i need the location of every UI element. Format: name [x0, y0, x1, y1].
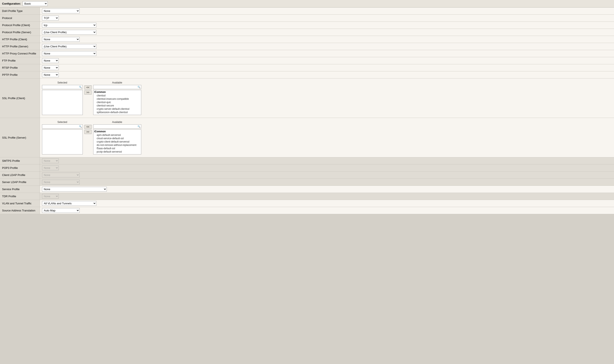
label-pptp-profile: PPTP Profile — [0, 71, 40, 78]
cell-http-profile-server: (Use Client Profile) — [40, 43, 614, 50]
select-protocol-profile-server[interactable]: (Use Client Profile) — [42, 30, 96, 35]
row-server-ldap-profile: Server LDAP Profile None — [0, 179, 614, 186]
row-service-profile: Service Profile None — [0, 186, 614, 193]
group-header-ssl-client: /Common — [93, 90, 141, 94]
label-http-proxy-connect: HTTP Proxy Connect Profile — [0, 50, 40, 57]
label-source-address-translation: Source Address Translation — [0, 207, 40, 214]
row-source-address-translation: Source Address Translation Auto Map — [0, 207, 614, 214]
list-item-ssl-client-3[interactable]: clientssl-quic — [93, 101, 141, 104]
select-tdr-profile[interactable]: None — [42, 194, 59, 199]
label-rtsp-profile: RTSP Profile — [0, 64, 40, 71]
select-service-profile[interactable]: None — [42, 187, 107, 192]
row-pptp-profile: PPTP Profile None — [0, 71, 614, 78]
label-client-ldap-profile: Client LDAP Profile — [0, 171, 40, 179]
select-doh-profile-type[interactable]: None — [42, 9, 80, 13]
list-item-ssl-server-1[interactable]: apm-default-serverssl — [93, 133, 141, 137]
cell-service-profile: None — [40, 186, 614, 193]
cell-smtps-profile: None — [40, 157, 614, 165]
select-client-ldap-profile[interactable]: None — [42, 173, 80, 177]
selected-box-ssl-client: Selected 🔍 — [42, 81, 83, 115]
search-selected-ssl-client[interactable] — [42, 85, 83, 89]
label-ssl-profile-server: SSL Profile (Server) — [0, 118, 40, 157]
label-http-profile-client: HTTP Profile (Client) — [0, 36, 40, 43]
row-ssl-profile-server: SSL Profile (Server) Selected 🔍 << — [0, 118, 614, 157]
list-item-ssl-server-4[interactable]: do-not-remove-without-replacement — [93, 143, 141, 147]
available-label-ssl-client: Available — [93, 81, 141, 84]
btn-move-left-ssl-server[interactable]: << — [84, 125, 92, 129]
cell-ssl-profile-client: Selected 🔍 << >> Available — [40, 78, 614, 118]
cell-http-proxy-connect: None — [40, 50, 614, 57]
cell-tdr-profile: None — [40, 193, 614, 200]
cell-http-profile-client: None — [40, 36, 614, 43]
label-tdr-profile: TDR Profile — [0, 193, 40, 200]
cell-protocol: TCP UDP — [40, 15, 614, 22]
cell-server-ldap-profile: None — [40, 179, 614, 186]
selected-label-ssl-server: Selected — [42, 121, 83, 124]
config-select[interactable]: Basic Advanced — [23, 1, 48, 6]
select-http-profile-server[interactable]: (Use Client Profile) — [42, 44, 96, 49]
row-pop3-profile: POP3 Profile None — [0, 165, 614, 171]
top-bar: Configuration: Basic Advanced — [0, 0, 614, 8]
list-selected-ssl-server[interactable] — [42, 130, 83, 155]
list-item-ssl-server-3[interactable]: crypto-client-default-serverssl — [93, 140, 141, 143]
row-protocol-profile-client: Protocol Profile (Client) tcp — [0, 22, 614, 29]
label-protocol-profile-client: Protocol Profile (Client) — [0, 22, 40, 29]
search-avail-ssl-client[interactable] — [93, 85, 141, 89]
arrow-buttons-ssl-client: << >> — [84, 81, 92, 94]
list-item-ssl-client-1[interactable]: clientssl — [93, 94, 141, 97]
select-http-profile-client[interactable]: None — [42, 37, 80, 42]
label-pop3-profile: POP3 Profile — [0, 165, 40, 171]
label-protocol-profile-server: Protocol Profile (Server) — [0, 29, 40, 36]
select-server-ldap-profile[interactable]: None — [42, 180, 80, 184]
label-http-profile-server: HTTP Profile (Server) — [0, 43, 40, 50]
select-pptp-profile[interactable]: None — [42, 72, 59, 77]
label-smtps-profile: SMTPS Profile — [0, 157, 40, 165]
cell-protocol-profile-server: (Use Client Profile) — [40, 29, 614, 36]
list-selected-ssl-client[interactable] — [42, 90, 83, 115]
search-wrap-selected-ssl-server: 🔍 — [42, 124, 83, 129]
row-protocol-profile-server: Protocol Profile (Server) (Use Client Pr… — [0, 29, 614, 36]
row-http-profile-server: HTTP Profile (Server) (Use Client Profil… — [0, 43, 614, 50]
dual-list-ssl-server: Selected 🔍 << >> Available — [42, 119, 612, 156]
list-item-ssl-client-4[interactable]: clientssl-secure — [93, 104, 141, 107]
list-item-ssl-client-5[interactable]: crypto-server-default-clientssl — [93, 107, 141, 111]
select-vlan-tunnel-traffic[interactable]: All VLANs and Tunnels — [42, 201, 96, 206]
row-tdr-profile: TDR Profile None — [0, 193, 614, 200]
cell-rtsp-profile: None — [40, 64, 614, 71]
label-vlan-tunnel-traffic: VLAN and Tunnel Traffic — [0, 200, 40, 207]
row-http-proxy-connect: HTTP Proxy Connect Profile None — [0, 50, 614, 57]
arrow-buttons-ssl-server: << >> — [84, 121, 92, 134]
list-item-ssl-server-5[interactable]: f5aas-default-ssl — [93, 147, 141, 150]
label-ssl-profile-client: SSL Profile (Client) — [0, 78, 40, 118]
cell-vlan-tunnel-traffic: All VLANs and Tunnels — [40, 200, 614, 207]
select-source-address-translation[interactable]: Auto Map — [42, 208, 80, 213]
search-avail-ssl-server[interactable] — [93, 124, 141, 129]
select-ftp-profile[interactable]: None — [42, 58, 59, 63]
list-avail-ssl-server[interactable]: /Common apm-default-serverssl cloud-serv… — [93, 130, 141, 155]
search-selected-ssl-server[interactable] — [42, 124, 83, 129]
list-item-ssl-server-6[interactable]: pcoip-default-serverssl — [93, 150, 141, 153]
selected-box-ssl-server: Selected 🔍 — [42, 121, 83, 155]
label-server-ldap-profile: Server LDAP Profile — [0, 179, 40, 186]
list-avail-ssl-client[interactable]: /Common clientssl clientssl-insecure-com… — [93, 90, 141, 115]
available-box-ssl-client: Available 🔍 /Common clientssl clientssl-… — [93, 81, 141, 115]
cell-ssl-profile-server: Selected 🔍 << >> Available — [40, 118, 614, 157]
select-protocol-profile-client[interactable]: tcp — [42, 23, 96, 27]
select-http-proxy-connect[interactable]: None — [42, 51, 96, 56]
btn-move-right-ssl-server[interactable]: >> — [84, 130, 92, 134]
select-protocol[interactable]: TCP UDP — [42, 16, 59, 20]
select-smtps-profile[interactable]: None — [42, 158, 59, 163]
select-rtsp-profile[interactable]: None — [42, 65, 59, 70]
row-smtps-profile: SMTPS Profile None — [0, 157, 614, 165]
cell-pptp-profile: None — [40, 71, 614, 78]
row-doh-profile-type: DoH Profile Type None — [0, 8, 614, 15]
cell-client-ldap-profile: None — [40, 171, 614, 179]
select-pop3-profile[interactable]: None — [42, 166, 59, 170]
list-item-ssl-server-2[interactable]: cloud-service-default-ssl — [93, 137, 141, 140]
row-ssl-profile-client: SSL Profile (Client) Selected 🔍 << — [0, 78, 614, 118]
list-item-ssl-client-6[interactable]: splitsession-default-clientssl — [93, 111, 141, 114]
list-item-ssl-client-2[interactable]: clientssl-insecure-compatible — [93, 97, 141, 101]
btn-move-right-ssl-client[interactable]: >> — [84, 90, 92, 94]
search-wrap-selected-ssl-client: 🔍 — [42, 85, 83, 89]
btn-move-left-ssl-client[interactable]: << — [84, 85, 92, 90]
